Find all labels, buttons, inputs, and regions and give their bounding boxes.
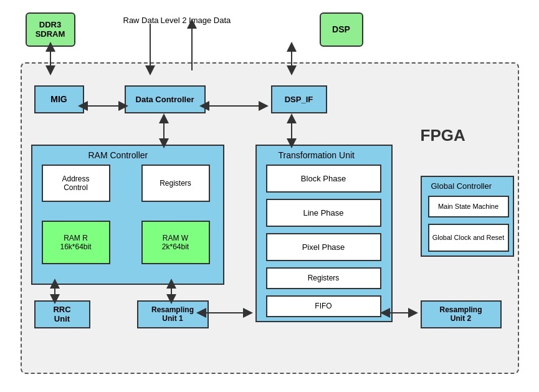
level2-label: Level 2 Image Data — [161, 16, 231, 25]
resampling-unit2-box: ResamplingUnit 2 — [421, 300, 502, 328]
global-clock-reset-box: Global Clock and Reset — [428, 224, 509, 252]
registers-transform-box: Registers — [266, 267, 381, 289]
global-controller-label: Global Controller — [431, 181, 492, 191]
block-phase-box: Block Phase — [266, 165, 381, 193]
ddr3-sdram-box: MIG DDR3SDRAM — [26, 12, 75, 47]
resampling-unit1-box: ResamplingUnit 1 — [137, 300, 209, 328]
mig-box: MIG — [34, 85, 84, 113]
registers-ram-box: Registers — [141, 165, 210, 202]
dsp-box: DSP — [320, 12, 363, 47]
global-controller-box: Global Controller Main State Machine Glo… — [421, 176, 514, 257]
pixel-phase-box: Pixel Phase — [266, 233, 381, 261]
fpga-box: FPGA MIG Data Controller DSP_IF RAM Cont… — [21, 62, 519, 374]
transform-label: Transformation Unit — [279, 150, 355, 160]
fifo-box: FIFO — [266, 295, 381, 317]
main-state-machine-box: Main State Machine — [428, 196, 509, 218]
diagram-container: MIG DDR3SDRAM DSP Raw Data Level 2 Image… — [14, 9, 525, 383]
fpga-label: FPGA — [421, 126, 465, 145]
transform-box: Transformation Unit Block Phase Line Pha… — [255, 145, 393, 322]
ram-r-box: RAM R16k*64bit — [42, 221, 110, 264]
rrc-unit-box: RRCUnit — [34, 300, 90, 328]
ram-w-box: RAM W2k*64bit — [141, 221, 210, 264]
line-phase-box: Line Phase — [266, 199, 381, 227]
address-control-box: AddressControl — [42, 165, 110, 202]
ram-controller-label: RAM Controller — [88, 150, 148, 160]
ram-controller-box: RAM Controller AddressControl Registers … — [31, 145, 224, 285]
data-controller-box: Data Controller — [125, 85, 206, 113]
raw-data-label: Raw Data — [123, 16, 159, 25]
dsp-if-box: DSP_IF — [271, 85, 327, 113]
